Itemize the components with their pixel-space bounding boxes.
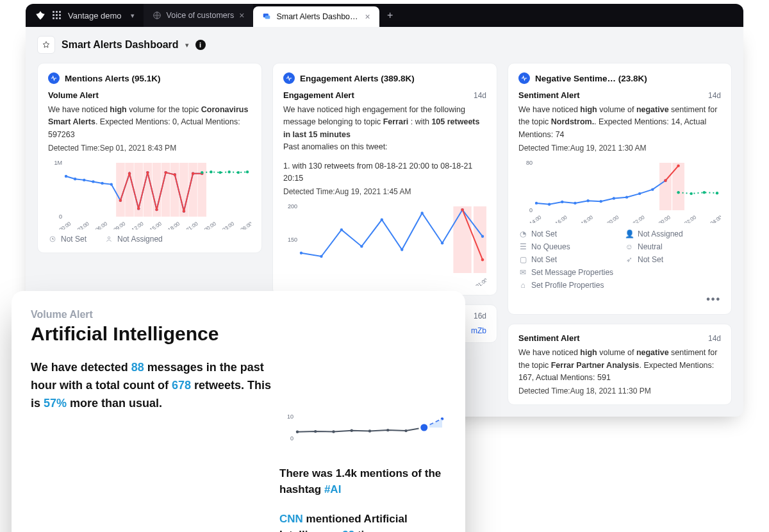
- column-sentiment: Negative Sentime… (23.8K) Sentiment Aler…: [508, 63, 732, 405]
- svg-text:16:00: 16:00: [554, 214, 568, 223]
- overlay-kicker: Volume Alert: [31, 309, 281, 320]
- svg-point-56: [237, 171, 240, 174]
- meta-not-set[interactable]: ◔Not Set: [518, 229, 615, 238]
- sentiment-chart: 08014:0016:0018:0020:0022:0000:0002:0004…: [518, 159, 721, 223]
- svg-point-97: [638, 192, 641, 195]
- page-title-menu[interactable]: ▾: [185, 41, 189, 49]
- svg-point-65: [300, 252, 302, 254]
- overlay-stat-1: There was 1.4k mentions of the hashtag #…: [279, 465, 446, 498]
- meta-no-queues[interactable]: ☰No Queues: [518, 242, 615, 251]
- svg-text:04:00: 04:00: [709, 214, 721, 223]
- card-mentions-alerts: Mentions Alerts (95.1K) Volume Alert We …: [37, 63, 262, 253]
- svg-point-111: [351, 429, 353, 431]
- meta-not-assigned[interactable]: 👤Not Assigned: [625, 229, 721, 238]
- card-title: Negative Sentime… (23.8K): [535, 74, 647, 83]
- svg-point-67: [340, 228, 343, 231]
- svg-text:0: 0: [529, 207, 533, 213]
- svg-text:18:00: 18:00: [167, 220, 181, 229]
- svg-point-76: [481, 258, 484, 261]
- svg-point-52: [201, 171, 203, 174]
- app-logo-icon: [35, 10, 46, 21]
- mail-icon: ✉: [518, 268, 527, 277]
- workspace-name: Vantage demo: [68, 11, 122, 21]
- svg-point-30: [101, 182, 103, 185]
- svg-point-112: [368, 429, 371, 432]
- meta-set-msg[interactable]: ✉Set Message Properties: [518, 268, 721, 277]
- svg-point-27: [74, 178, 76, 180]
- svg-point-113: [386, 429, 389, 431]
- profile-icon: ⌂: [518, 281, 527, 290]
- svg-point-105: [716, 192, 718, 194]
- svg-point-75: [461, 208, 463, 211]
- status-not-set[interactable]: Not Set: [48, 235, 87, 244]
- alert-age: 16d: [474, 312, 486, 320]
- new-tab-button[interactable]: +: [379, 4, 401, 27]
- user-icon: 👤: [625, 229, 634, 238]
- svg-text:1M: 1M: [54, 160, 62, 166]
- meta-set-profile[interactable]: ⌂Set Profile Properties: [518, 281, 721, 290]
- close-icon[interactable]: ×: [365, 12, 370, 22]
- svg-point-102: [677, 191, 679, 194]
- page-header: Smart Alerts Dashboard ▾ i: [37, 36, 732, 54]
- rocket-icon: ➶: [625, 255, 634, 264]
- svg-text:200: 200: [288, 203, 297, 210]
- assignee-not-assigned[interactable]: Not Assigned: [104, 235, 163, 244]
- svg-point-68: [360, 245, 363, 247]
- svg-point-48: [174, 173, 176, 176]
- svg-text:80: 80: [526, 160, 533, 166]
- tab-label: Voice of customers: [167, 11, 235, 20]
- svg-point-92: [574, 202, 576, 204]
- svg-text:20:00: 20:00: [606, 214, 620, 223]
- svg-point-29: [92, 180, 94, 183]
- overlay-body: We have detected 88 messages in the past…: [31, 359, 281, 413]
- pulse-icon: [283, 72, 295, 84]
- tab-smart-alerts[interactable]: Smart Alerts Dashboard ×: [253, 6, 379, 27]
- info-icon[interactable]: i: [195, 40, 206, 50]
- svg-point-42: [119, 199, 122, 202]
- svg-point-103: [690, 192, 693, 195]
- svg-point-69: [381, 219, 383, 221]
- overlay-chart: 010: [279, 413, 446, 451]
- svg-text:03:00: 03:00: [221, 220, 235, 229]
- svg-rect-11: [188, 163, 197, 217]
- favorite-button[interactable]: [37, 36, 55, 54]
- overlay-volume-alert: Volume Alert Artificial Intelligence We …: [12, 291, 465, 532]
- svg-rect-9: [170, 163, 179, 217]
- svg-point-104: [703, 191, 706, 194]
- svg-text:22:00: 22:00: [632, 214, 646, 223]
- tab-voice-of-customers[interactable]: Voice of customers ×: [144, 4, 254, 27]
- svg-point-45: [146, 171, 149, 174]
- alert-body: We have noticed high volume of negative …: [518, 347, 721, 384]
- link[interactable]: mZb: [471, 326, 486, 335]
- meta-not-set-2[interactable]: ▢Not Set: [518, 255, 615, 264]
- alert-title: Volume Alert: [48, 90, 99, 100]
- apps-grid-icon[interactable]: [53, 11, 62, 20]
- mentions-chart: 01M00:0003:0006:0009:0012:0015:0018:0021…: [48, 159, 251, 229]
- meta-neutral[interactable]: ☺Neutral: [625, 242, 721, 251]
- svg-point-50: [192, 172, 194, 175]
- meta-not-set-3[interactable]: ➶Not Set: [625, 255, 721, 264]
- svg-point-109: [314, 430, 317, 433]
- chevron-down-icon: ▾: [131, 12, 135, 20]
- card-header: Mentions Alerts (95.1K): [48, 72, 251, 84]
- svg-text:02:00: 02:00: [683, 214, 697, 223]
- clock-icon: ◔: [518, 229, 527, 238]
- box-icon: ▢: [518, 255, 527, 264]
- svg-text:150: 150: [288, 237, 297, 243]
- svg-text:18:00: 18:00: [580, 214, 594, 223]
- svg-point-55: [228, 170, 231, 173]
- engagement-chart: 15020001:00: [283, 203, 486, 286]
- svg-rect-12: [198, 163, 206, 217]
- svg-point-31: [110, 183, 113, 186]
- close-icon[interactable]: ×: [239, 10, 244, 21]
- svg-text:0: 0: [59, 213, 62, 220]
- tab-strip: Voice of customers × Smart Alerts Dashbo…: [144, 4, 401, 27]
- more-menu[interactable]: •••: [518, 294, 721, 305]
- app-topbar: Vantage demo ▾ Voice of customers × Smar…: [26, 4, 743, 27]
- svg-text:09:00: 09:00: [113, 220, 127, 229]
- svg-point-46: [155, 208, 158, 211]
- svg-point-108: [296, 430, 299, 433]
- workspace-switcher[interactable]: Vantage demo ▾: [26, 4, 144, 27]
- svg-text:21:00: 21:00: [185, 220, 199, 229]
- svg-text:00:00: 00:00: [58, 220, 72, 229]
